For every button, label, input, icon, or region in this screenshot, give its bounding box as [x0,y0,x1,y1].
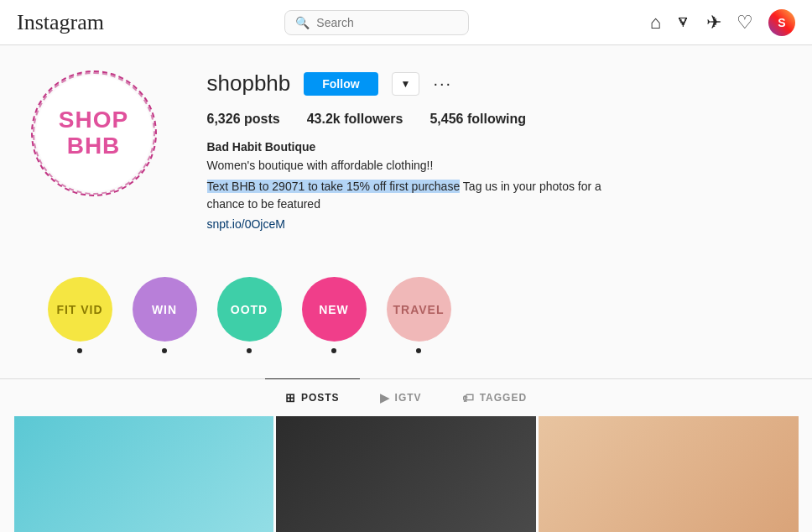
story-circle: OOTD [217,277,282,342]
instagram-logo: Instagram [17,10,104,35]
story-dot [416,348,421,353]
profile-bio: Bad Habit Boutique Women's boutique with… [207,140,627,232]
tabs-section: ⊞POSTS▶IGTV🏷TAGGED [0,378,812,416]
story-dot [77,348,82,353]
story-dot [247,348,252,353]
igtv-tab-icon: ▶ [380,391,390,404]
dotted-border [33,72,155,195]
igtv-tab-label: IGTV [395,392,422,404]
posts-stat: 6,326 posts [207,112,280,127]
story-item[interactable]: NEW [302,277,367,353]
avatar[interactable]: S [768,9,795,36]
story-circle: WIN [133,277,197,342]
profile-container: SHOP BHB shopbhb Follow ▼ ··· 6,326 post… [14,45,799,370]
nav-icons: ⌂ ⛛ ✈ ♡ S [650,9,795,36]
stories-section: FIT VIDWINOOTDNEWTRAVEL [31,252,782,370]
story-dot [162,348,167,353]
bio-line1: Women's boutique with affordable clothin… [207,157,627,175]
profile-avatar: SHOP BHB [31,70,157,196]
home-icon[interactable]: ⌂ [650,12,661,34]
tagged-tab-icon: 🏷 [462,391,475,404]
story-circle: FIT VID [48,277,112,342]
search-input[interactable] [316,16,458,29]
grid-section [14,416,799,532]
posts-tab-icon: ⊞ [285,391,296,404]
more-button[interactable]: ··· [433,74,452,93]
story-item[interactable]: TRAVEL [387,277,451,353]
tabs-row: ⊞POSTS▶IGTV🏷TAGGED [14,379,799,416]
followers-stat: 43.2k followers [307,112,403,127]
story-item[interactable]: OOTD [217,277,282,353]
tab-tagged[interactable]: 🏷TAGGED [442,378,547,416]
story-item[interactable]: FIT VID [48,277,112,353]
tab-igtv[interactable]: ▶IGTV [360,378,442,416]
following-stat: 5,456 following [429,112,526,127]
grid-cell-2[interactable] [539,416,799,532]
bio-name: Bad Habit Boutique [207,140,627,154]
dropdown-button[interactable]: ▼ [392,72,420,96]
heart-icon[interactable]: ♡ [737,12,753,34]
grid-row [14,416,799,532]
grid-cell-1[interactable] [276,416,536,532]
search-bar[interactable]: 🔍 [284,10,469,35]
profile-info: shopbhb Follow ▼ ··· 6,326 posts 43.2k f… [207,70,782,232]
profile-stats: 6,326 posts 43.2k followers 5,456 follow… [207,112,782,127]
compass-icon[interactable]: ✈ [706,12,721,34]
search-icon: 🔍 [295,16,310,29]
username: shopbhb [207,70,291,96]
profile-top-row: shopbhb Follow ▼ ··· [207,70,782,96]
bio-line2: Text BHB to 29071 to take 15% off first … [207,178,627,213]
navigation: Instagram 🔍 ⌂ ⛛ ✈ ♡ S [0,0,812,45]
story-circle: TRAVEL [387,277,451,342]
grid-cell-0[interactable] [14,416,274,532]
posts-tab-label: POSTS [301,392,340,404]
tab-posts[interactable]: ⊞POSTS [265,378,360,416]
story-dot [331,348,336,353]
stories-row: FIT VIDWINOOTDNEWTRAVEL [31,269,782,362]
filter-icon[interactable]: ⛛ [676,13,691,31]
profile-header: SHOP BHB shopbhb Follow ▼ ··· 6,326 post… [31,70,782,232]
story-circle: NEW [302,277,367,342]
bio-link[interactable]: snpt.io/0OjceM [207,217,285,231]
story-item[interactable]: WIN [133,277,197,353]
bio-highlight: Text BHB to 29071 to take 15% off first … [207,180,461,193]
tagged-tab-label: TAGGED [480,392,527,404]
follow-button[interactable]: Follow [304,72,377,96]
